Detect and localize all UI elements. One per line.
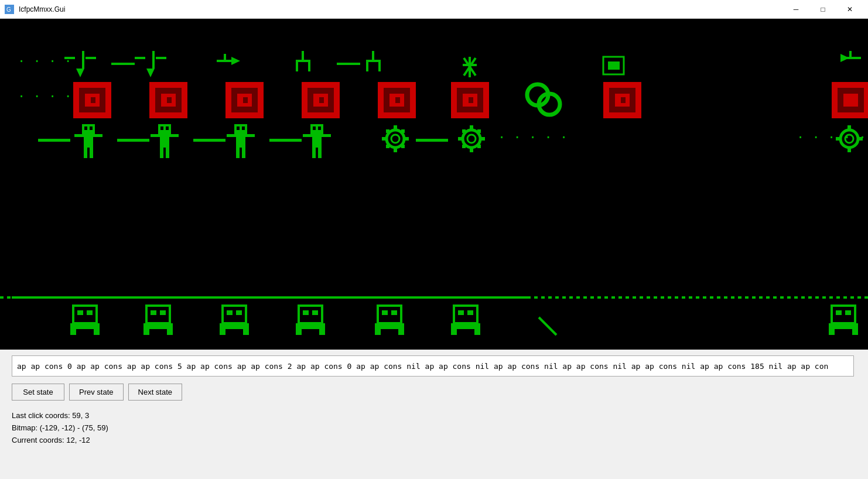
svg-rect-77: [117, 139, 149, 142]
svg-rect-23: [366, 60, 368, 71]
svg-rect-3: [82, 51, 84, 69]
state-input-row: [12, 355, 856, 377]
svg-rect-98: [313, 126, 316, 130]
svg-rect-97: [310, 124, 323, 135]
svg-rect-49: [319, 97, 324, 103]
set-state-button[interactable]: Set state: [12, 384, 64, 401]
svg-rect-20: [337, 63, 360, 65]
bitmap-info: Bitmap: (-129, -12) - (75, 59): [12, 422, 856, 434]
svg-rect-70: [82, 124, 95, 135]
svg-rect-178: [832, 323, 855, 329]
svg-rect-101: [318, 148, 322, 158]
svg-rect-165: [378, 323, 401, 329]
svg-rect-87: [236, 133, 245, 148]
current-coords-info: Current coords: 12, -12: [12, 434, 856, 447]
svg-rect-68: [38, 139, 70, 142]
svg-rect-167: [458, 310, 464, 315]
svg-rect-91: [236, 148, 240, 158]
svg-rect-136: [73, 306, 97, 323]
svg-rect-161: [382, 310, 388, 315]
svg-rect-80: [160, 126, 163, 130]
svg-rect-16: [302, 51, 304, 60]
svg-rect-117: [470, 125, 473, 130]
svg-rect-94: [245, 134, 255, 137]
svg-rect-92: [242, 148, 245, 158]
svg-rect-86: [193, 139, 225, 142]
svg-rect-74: [90, 148, 93, 158]
svg-rect-112: [386, 145, 389, 148]
svg-rect-114: [416, 139, 448, 142]
app-icon: G: [5, 5, 14, 14]
svg-rect-132: [858, 137, 863, 141]
svg-rect-93: [227, 134, 236, 137]
svg-rect-69: [84, 133, 93, 148]
svg-rect-21: [372, 51, 374, 60]
minimize-button[interactable]: ─: [782, 0, 809, 19]
svg-rect-168: [467, 310, 473, 315]
svg-rect-162: [391, 310, 397, 315]
svg-rect-96: [312, 133, 322, 148]
close-button[interactable]: ✕: [836, 0, 863, 19]
svg-rect-173: [832, 306, 855, 323]
svg-rect-57: [469, 97, 473, 103]
svg-point-105: [391, 135, 399, 143]
svg-rect-95: [269, 139, 302, 142]
svg-line-172: [539, 317, 556, 335]
window-title: IcfpcMmxx.Gui: [19, 5, 782, 13]
svg-rect-138: [87, 310, 93, 315]
svg-rect-124: [477, 145, 481, 148]
svg-rect-76: [93, 134, 102, 137]
svg-rect-99: [318, 126, 321, 130]
svg-rect-166: [454, 306, 477, 323]
svg-rect-137: [77, 310, 83, 315]
svg-text:· · · ·: · · · ·: [18, 54, 72, 69]
svg-rect-156: [312, 310, 318, 315]
svg-point-116: [467, 135, 476, 143]
svg-rect-83: [166, 148, 169, 158]
svg-rect-111: [401, 129, 405, 133]
svg-rect-85: [169, 134, 179, 137]
prev-state-button[interactable]: Prev state: [69, 384, 124, 401]
svg-rect-6: [86, 57, 96, 59]
svg-text:· · · · ·: · · · · ·: [498, 130, 568, 145]
state-input[interactable]: [12, 355, 854, 377]
svg-rect-171: [454, 323, 477, 329]
svg-rect-15: [224, 54, 226, 60]
svg-rect-141: [73, 323, 97, 329]
svg-marker-10: [146, 69, 155, 77]
svg-rect-150: [236, 310, 242, 315]
svg-rect-130: [848, 148, 851, 152]
svg-rect-174: [836, 310, 842, 315]
game-canvas[interactable]: .g { fill: #00bb00; } .r { fill: #cc0000…: [0, 19, 868, 350]
svg-rect-148: [223, 306, 246, 323]
svg-rect-90: [242, 126, 245, 130]
svg-rect-108: [382, 137, 387, 141]
control-panel: Set state Prev state Next state Last cli…: [0, 350, 868, 479]
svg-rect-30: [608, 61, 620, 70]
svg-rect-119: [458, 137, 463, 141]
svg-rect-100: [312, 148, 316, 158]
svg-rect-149: [227, 310, 233, 315]
svg-marker-32: [840, 54, 849, 62]
svg-rect-63: [621, 97, 626, 103]
svg-rect-8: [120, 63, 126, 65]
svg-rect-106: [394, 125, 397, 130]
svg-rect-33: [849, 51, 852, 57]
svg-rect-121: [462, 129, 466, 133]
svg-rect-5: [64, 57, 75, 59]
maximize-button[interactable]: □: [809, 0, 836, 19]
svg-rect-113: [401, 145, 405, 148]
svg-rect-11: [135, 57, 145, 59]
svg-rect-24: [378, 60, 381, 71]
svg-rect-9: [152, 51, 155, 69]
svg-rect-88: [234, 124, 247, 135]
svg-marker-14: [231, 57, 240, 65]
svg-rect-41: [167, 97, 172, 103]
svg-rect-118: [470, 148, 473, 152]
svg-rect-37: [91, 97, 95, 103]
svg-rect-143: [151, 310, 156, 315]
svg-rect-103: [322, 134, 331, 137]
svg-rect-53: [395, 97, 400, 103]
next-state-button[interactable]: Next state: [128, 384, 183, 401]
svg-rect-159: [299, 323, 322, 329]
